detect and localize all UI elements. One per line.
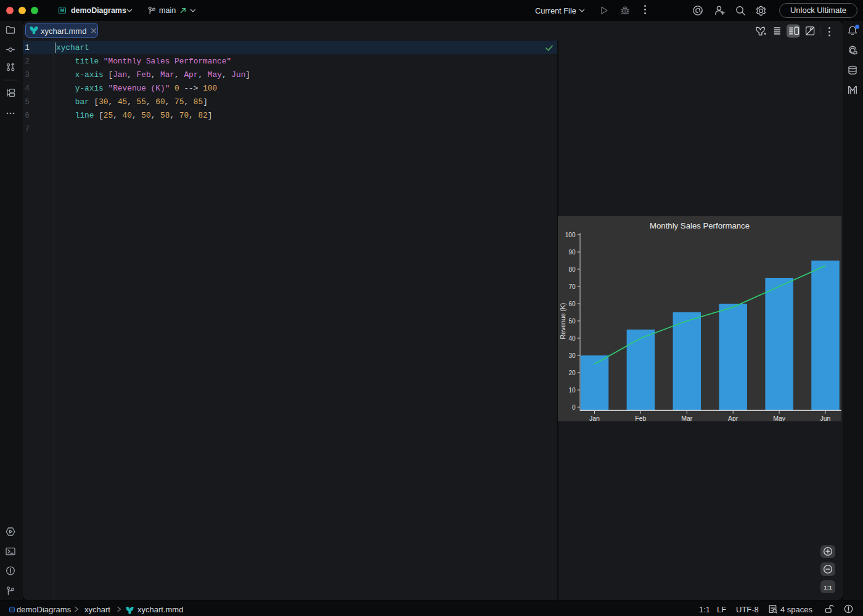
svg-text:80: 80 bbox=[568, 266, 576, 273]
svg-text:Jun: Jun bbox=[820, 415, 831, 421]
svg-text:50: 50 bbox=[568, 318, 576, 325]
svg-text:60: 60 bbox=[568, 301, 576, 307]
svg-text:0: 0 bbox=[572, 404, 576, 411]
svg-text:Monthly Sales Performance: Monthly Sales Performance bbox=[650, 221, 750, 230]
svg-text:100: 100 bbox=[565, 232, 576, 238]
svg-text:90: 90 bbox=[568, 249, 576, 256]
svg-text:10: 10 bbox=[568, 387, 576, 394]
svg-text:Apr: Apr bbox=[728, 415, 738, 421]
svg-text:1:1: 1:1 bbox=[824, 584, 832, 591]
svg-text:Revenue (K): Revenue (K) bbox=[559, 303, 566, 339]
svg-text:40: 40 bbox=[568, 335, 576, 342]
svg-text:30: 30 bbox=[568, 352, 576, 359]
svg-text:Mar: Mar bbox=[681, 415, 693, 421]
svg-text:20: 20 bbox=[568, 370, 576, 376]
svg-text:May: May bbox=[773, 415, 786, 421]
svg-text:Feb: Feb bbox=[635, 415, 646, 421]
svg-text:Jan: Jan bbox=[589, 415, 600, 421]
svg-text:70: 70 bbox=[568, 283, 576, 290]
